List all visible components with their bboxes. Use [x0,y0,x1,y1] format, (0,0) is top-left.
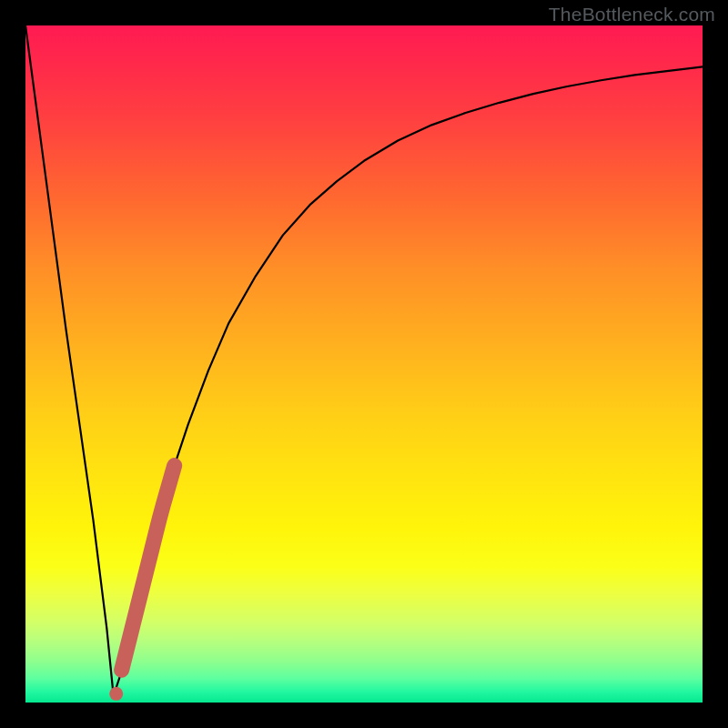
highlight-dot [109,687,123,701]
plot-area [25,25,703,703]
highlight-segment [122,466,175,671]
watermark-text: TheBottleneck.com [549,4,715,25]
highlight-layer [25,25,703,703]
chart-frame: TheBottleneck.com [0,0,728,728]
